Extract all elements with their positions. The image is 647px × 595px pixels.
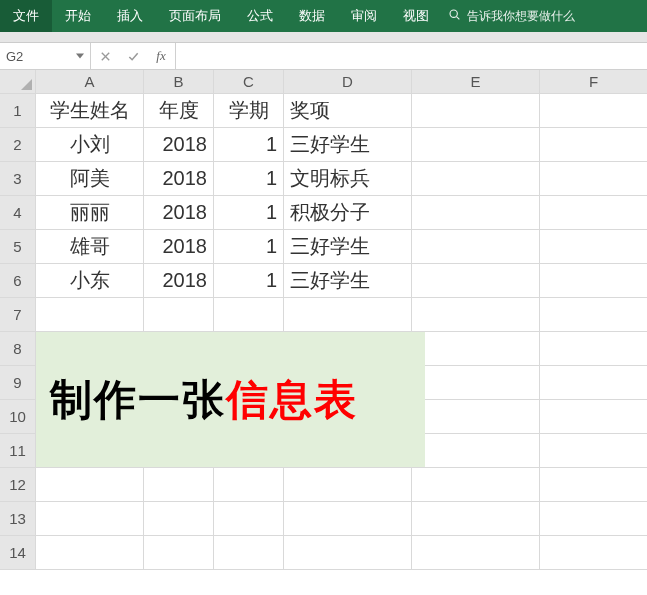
cell-E10[interactable]: [412, 400, 540, 434]
cell-C6[interactable]: 1: [214, 264, 284, 298]
ribbon-tab-home[interactable]: 开始: [52, 0, 104, 32]
cell-E5[interactable]: [412, 230, 540, 264]
cell-D1[interactable]: 奖项: [284, 94, 412, 128]
row-header-8[interactable]: 8: [0, 332, 36, 366]
cell-F2[interactable]: [540, 128, 647, 162]
row-header-7[interactable]: 7: [0, 298, 36, 332]
cell-A4[interactable]: 丽丽: [36, 196, 144, 230]
cell-F9[interactable]: [540, 366, 647, 400]
ribbon-tab-review[interactable]: 审阅: [338, 0, 390, 32]
column-header-F[interactable]: F: [540, 70, 647, 94]
row-header-9[interactable]: 9: [0, 366, 36, 400]
cell-F1[interactable]: [540, 94, 647, 128]
cell-E2[interactable]: [412, 128, 540, 162]
row-header-3[interactable]: 3: [0, 162, 36, 196]
cell-F4[interactable]: [540, 196, 647, 230]
cell-F12[interactable]: [540, 468, 647, 502]
cell-B4[interactable]: 2018: [144, 196, 214, 230]
cell-F7[interactable]: [540, 298, 647, 332]
cell-C5[interactable]: 1: [214, 230, 284, 264]
cell-B13[interactable]: [144, 502, 214, 536]
cell-E14[interactable]: [412, 536, 540, 570]
cell-A2[interactable]: 小刘: [36, 128, 144, 162]
cell-B7[interactable]: [144, 298, 214, 332]
cell-F8[interactable]: [540, 332, 647, 366]
tell-me-search[interactable]: 告诉我你想要做什么: [448, 8, 575, 25]
row-header-14[interactable]: 14: [0, 536, 36, 570]
cell-D4[interactable]: 积极分子: [284, 196, 412, 230]
row-header-1[interactable]: 1: [0, 94, 36, 128]
cell-D5[interactable]: 三好学生: [284, 230, 412, 264]
cell-A6[interactable]: 小东: [36, 264, 144, 298]
cell-C3[interactable]: 1: [214, 162, 284, 196]
row-header-12[interactable]: 12: [0, 468, 36, 502]
banner-merged-cell[interactable]: 制作一张信息表: [36, 332, 425, 467]
cell-A12[interactable]: [36, 468, 144, 502]
column-header-C[interactable]: C: [214, 70, 284, 94]
column-header-D[interactable]: D: [284, 70, 412, 94]
ribbon-tab-view[interactable]: 视图: [390, 0, 442, 32]
cell-A1[interactable]: 学生姓名: [36, 94, 144, 128]
cell-D13[interactable]: [284, 502, 412, 536]
cell-B12[interactable]: [144, 468, 214, 502]
ribbon-tab-file[interactable]: 文件: [0, 0, 52, 32]
cell-C12[interactable]: [214, 468, 284, 502]
ribbon-tab-pagelayout[interactable]: 页面布局: [156, 0, 234, 32]
cell-E9[interactable]: [412, 366, 540, 400]
cell-A14[interactable]: [36, 536, 144, 570]
name-box[interactable]: G2: [0, 43, 91, 69]
cell-D7[interactable]: [284, 298, 412, 332]
cell-B1[interactable]: 年度: [144, 94, 214, 128]
cell-B2[interactable]: 2018: [144, 128, 214, 162]
cell-C7[interactable]: [214, 298, 284, 332]
cell-C2[interactable]: 1: [214, 128, 284, 162]
cell-D12[interactable]: [284, 468, 412, 502]
enter-button[interactable]: [119, 43, 147, 69]
cell-E8[interactable]: [412, 332, 540, 366]
cell-E7[interactable]: [412, 298, 540, 332]
ribbon-tab-data[interactable]: 数据: [286, 0, 338, 32]
column-header-A[interactable]: A: [36, 70, 144, 94]
cell-C1[interactable]: 学期: [214, 94, 284, 128]
cell-E3[interactable]: [412, 162, 540, 196]
cell-F10[interactable]: [540, 400, 647, 434]
cell-C4[interactable]: 1: [214, 196, 284, 230]
row-header-6[interactable]: 6: [0, 264, 36, 298]
cell-A13[interactable]: [36, 502, 144, 536]
cell-A3[interactable]: 阿美: [36, 162, 144, 196]
ribbon-tab-formulas[interactable]: 公式: [234, 0, 286, 32]
cell-B3[interactable]: 2018: [144, 162, 214, 196]
formula-input[interactable]: [176, 43, 647, 69]
cell-F3[interactable]: [540, 162, 647, 196]
cell-B5[interactable]: 2018: [144, 230, 214, 264]
spreadsheet-grid[interactable]: ABCDEF1学生姓名年度学期奖项2小刘20181三好学生3阿美20181文明标…: [0, 70, 647, 570]
cell-F11[interactable]: [540, 434, 647, 468]
cancel-button[interactable]: [91, 43, 119, 69]
cell-D2[interactable]: 三好学生: [284, 128, 412, 162]
cell-E4[interactable]: [412, 196, 540, 230]
cell-F5[interactable]: [540, 230, 647, 264]
row-header-11[interactable]: 11: [0, 434, 36, 468]
cell-C13[interactable]: [214, 502, 284, 536]
column-header-B[interactable]: B: [144, 70, 214, 94]
cell-F14[interactable]: [540, 536, 647, 570]
cell-E13[interactable]: [412, 502, 540, 536]
cell-E11[interactable]: [412, 434, 540, 468]
cell-E1[interactable]: [412, 94, 540, 128]
ribbon-tab-insert[interactable]: 插入: [104, 0, 156, 32]
cell-F6[interactable]: [540, 264, 647, 298]
row-header-4[interactable]: 4: [0, 196, 36, 230]
cell-F13[interactable]: [540, 502, 647, 536]
cell-C14[interactable]: [214, 536, 284, 570]
row-header-5[interactable]: 5: [0, 230, 36, 264]
row-header-10[interactable]: 10: [0, 400, 36, 434]
cell-D6[interactable]: 三好学生: [284, 264, 412, 298]
cell-E6[interactable]: [412, 264, 540, 298]
column-header-E[interactable]: E: [412, 70, 540, 94]
cell-D3[interactable]: 文明标兵: [284, 162, 412, 196]
cell-D14[interactable]: [284, 536, 412, 570]
row-header-2[interactable]: 2: [0, 128, 36, 162]
cell-B6[interactable]: 2018: [144, 264, 214, 298]
cell-A5[interactable]: 雄哥: [36, 230, 144, 264]
cell-E12[interactable]: [412, 468, 540, 502]
